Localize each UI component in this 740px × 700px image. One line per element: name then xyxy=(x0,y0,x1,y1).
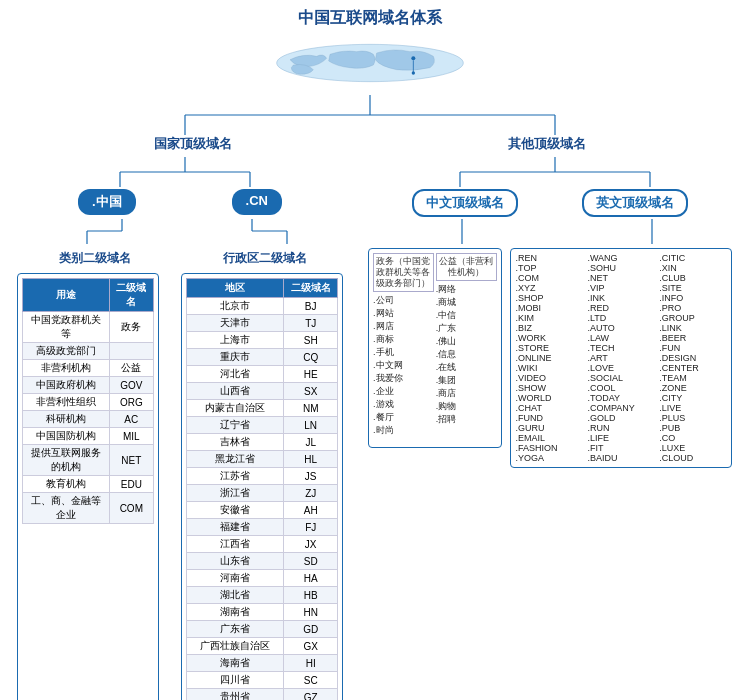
admin-section-title: 行政区二级域名 xyxy=(195,250,335,267)
chinese-tld-columns: 政务（中国党政群机关等各级政务部门） .公司.网站.网店.商标.手机.中文网.我… xyxy=(373,253,497,437)
chinese-tld-label: 中文顶级域名 xyxy=(412,189,518,217)
list-item: .LAW xyxy=(586,333,655,343)
list-item: .SHOW xyxy=(515,383,584,393)
list-item: .BIZ xyxy=(515,323,584,333)
left-branch-connector xyxy=(0,157,360,187)
table-row: 非营利机构公益 xyxy=(23,360,154,377)
list-item: .WANG xyxy=(586,253,655,263)
list-item: .STORE xyxy=(515,343,584,353)
table-row: 河南省HA xyxy=(187,570,338,587)
table-row: 北京市BJ xyxy=(187,298,338,315)
table-row: 四川省SC xyxy=(187,672,338,689)
table-row: 内蒙古自治区NM xyxy=(187,400,338,417)
table-row: 工、商、金融等企业COM xyxy=(23,493,154,524)
chinese-tld-container: 政务（中国党政群机关等各级政务部门） .公司.网站.网店.商标.手机.中文网.我… xyxy=(368,248,502,448)
list-item: .REN xyxy=(515,253,584,263)
list-item: .NET xyxy=(586,273,655,283)
list-item: .ZONE xyxy=(658,383,727,393)
list-item: .PRO xyxy=(658,303,727,313)
admin-col-header-region: 地区 xyxy=(187,279,284,298)
english-tld-container: .REN.TOP.COM.XYZ.SHOP.MOBI.KIM.BIZ.WORK.… xyxy=(510,248,732,468)
list-item: .SITE xyxy=(658,283,727,293)
list-item: .CHAT xyxy=(515,403,584,413)
table-row: 山西省SX xyxy=(187,383,338,400)
table-row: 提供互联网服务的机构NET xyxy=(23,445,154,476)
right-sub-connector xyxy=(362,219,740,244)
table-row: 山东省SD xyxy=(187,553,338,570)
chinese-col2: 公益（非营利性机构） .网络.商城.中信.广东.佛山.信息.在线.集团.商店.购… xyxy=(436,253,497,437)
list-item: .企业 xyxy=(373,385,434,398)
english-col2: .WANG.SOHU.NET.VIP.INK.RED.LTD.AUTO.LAW.… xyxy=(586,253,655,463)
list-item: .信息 xyxy=(436,348,497,361)
list-item: .FIT xyxy=(586,443,655,453)
english-col1-items: .REN.TOP.COM.XYZ.SHOP.MOBI.KIM.BIZ.WORK.… xyxy=(515,253,584,463)
list-item: .FUN xyxy=(658,343,727,353)
list-item: .SOCIAL xyxy=(586,373,655,383)
list-item: .BAIDU xyxy=(586,453,655,463)
list-item: .CENTER xyxy=(658,363,727,373)
english-tld-label: 英文顶级域名 xyxy=(582,189,688,217)
english-col2-items: .WANG.SOHU.NET.VIP.INK.RED.LTD.AUTO.LAW.… xyxy=(586,253,655,463)
list-item: .COMPANY xyxy=(586,403,655,413)
list-item: .TEAM xyxy=(658,373,727,383)
list-item: .中文网 xyxy=(373,359,434,372)
list-item: .FASHION xyxy=(515,443,584,453)
category-col-header-domain: 二级域名 xyxy=(109,279,153,312)
list-item: .CITY xyxy=(658,393,727,403)
list-item: .在线 xyxy=(436,361,497,374)
world-map xyxy=(0,33,740,95)
list-item: .购物 xyxy=(436,400,497,413)
category-section-title: 类别二级域名 xyxy=(25,250,165,267)
table-row: 科研机构AC xyxy=(23,411,154,428)
english-tld-columns: .REN.TOP.COM.XYZ.SHOP.MOBI.KIM.BIZ.WORK.… xyxy=(515,253,727,463)
left-level1-label: 国家顶级域名 xyxy=(154,136,232,151)
list-item: .TODAY xyxy=(586,393,655,403)
table-row: 江西省JX xyxy=(187,536,338,553)
page-title: 中国互联网域名体系 xyxy=(298,9,442,26)
table-row: 湖南省HN xyxy=(187,604,338,621)
admin-table-container: 地区 二级域名 北京市BJ天津市TJ上海市SH重庆市CQ河北省HE山西省SX内蒙… xyxy=(181,273,343,700)
chinese-col1-header: 政务（中国党政群机关等各级政务部门） xyxy=(373,253,434,292)
list-item: .商城 xyxy=(436,296,497,309)
list-item: .LTD xyxy=(586,313,655,323)
admin-col-header-domain: 二级域名 xyxy=(284,279,338,298)
category-table-container: 用途 二级域名 中国党政群机关等政务高级政党部门非营利机构公益中国政府机构GOV… xyxy=(17,273,159,700)
english-col3: .CITIC.XIN.CLUB.SITE.INFO.PRO.GROUP.LINK… xyxy=(658,253,727,463)
table-row: 中国国防机构MIL xyxy=(23,428,154,445)
list-item: .WIKI xyxy=(515,363,584,373)
chinese-col1: 政务（中国党政群机关等各级政务部门） .公司.网站.网店.商标.手机.中文网.我… xyxy=(373,253,434,437)
table-row: 河北省HE xyxy=(187,366,338,383)
list-item: .我爱你 xyxy=(373,372,434,385)
table-row: 中国党政群机关等政务 xyxy=(23,312,154,343)
english-col1: .REN.TOP.COM.XYZ.SHOP.MOBI.KIM.BIZ.WORK.… xyxy=(515,253,584,463)
list-item: .集团 xyxy=(436,374,497,387)
list-item: .INFO xyxy=(658,293,727,303)
list-item: .XYZ xyxy=(515,283,584,293)
table-row: 黑龙江省HL xyxy=(187,451,338,468)
table-row: 高级政党部门 xyxy=(23,343,154,360)
table-row: 辽宁省LN xyxy=(187,417,338,434)
table-row: 教育机构EDU xyxy=(23,476,154,493)
table-row: 浙江省ZJ xyxy=(187,485,338,502)
left-sub-connector xyxy=(2,219,362,244)
list-item: .YOGA xyxy=(515,453,584,463)
list-item: .GROUP xyxy=(658,313,727,323)
table-row: 江苏省JS xyxy=(187,468,338,485)
table-row: 海南省HI xyxy=(187,655,338,672)
svg-point-1 xyxy=(411,56,415,60)
list-item: .LUXE xyxy=(658,443,727,453)
table-row: 福建省FJ xyxy=(187,519,338,536)
china-domain-box: .中国 xyxy=(78,189,136,215)
table-row: 贵州省GZ xyxy=(187,689,338,701)
chinese-col2-items: .网络.商城.中信.广东.佛山.信息.在线.集团.商店.购物.招聘 xyxy=(436,283,497,426)
list-item: .公司 xyxy=(373,294,434,307)
cn-domain-box: .CN xyxy=(232,189,282,215)
table-row: 安徽省AH xyxy=(187,502,338,519)
table-row: 上海市SH xyxy=(187,332,338,349)
list-item: .CLUB xyxy=(658,273,727,283)
list-item: .DESIGN xyxy=(658,353,727,363)
list-item: .广东 xyxy=(436,322,497,335)
table-row: 吉林省JL xyxy=(187,434,338,451)
table-row: 湖北省HB xyxy=(187,587,338,604)
list-item: .SHOP xyxy=(515,293,584,303)
